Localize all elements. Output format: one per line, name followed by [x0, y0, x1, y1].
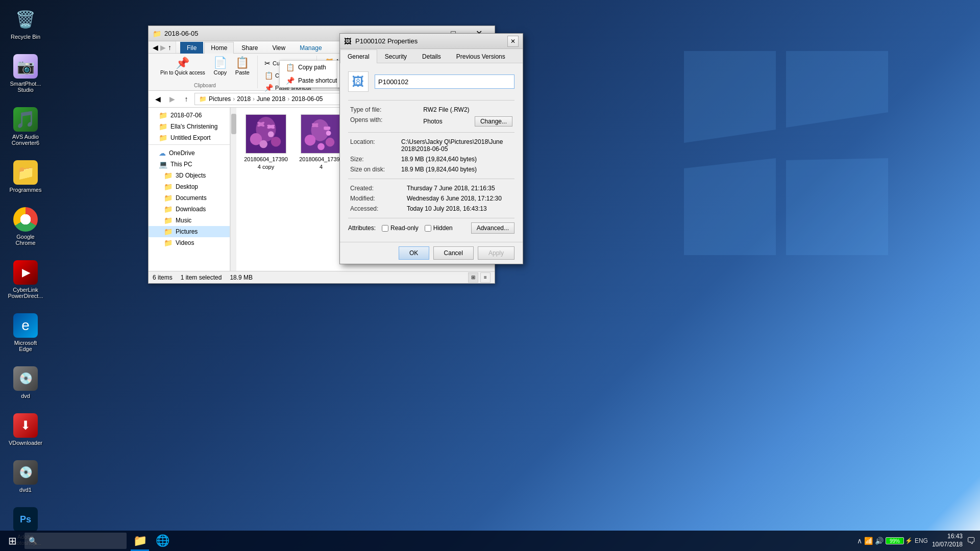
dialog-close-button[interactable]: ✕ — [507, 36, 519, 47]
desktop-icon-smartphoto[interactable]: 📷 SmartPhot... Studio — [5, 52, 46, 95]
notification-icon[interactable]: 🗨 — [967, 536, 976, 546]
file-item-1[interactable]: 20180604_173904 — [296, 112, 347, 173]
desktop-icon-cyberlink[interactable]: ▶ CyberLink PowerDirect... — [5, 258, 46, 301]
tab-share[interactable]: Share — [235, 42, 264, 54]
quick-access-forward[interactable]: ▶ — [160, 43, 166, 52]
copy-button[interactable]: 📄 Copy — [210, 56, 231, 77]
folder-icon: 📁 — [164, 183, 173, 191]
sidebar-item-desktop[interactable]: 📁 Desktop — [149, 181, 230, 192]
paste-button[interactable]: 📋 Paste — [232, 56, 253, 77]
desktop-icon-edge[interactable]: e Microsoft Edge — [5, 311, 46, 354]
cancel-button[interactable]: Cancel — [433, 246, 474, 260]
taskbar-search[interactable]: 🔍 — [24, 533, 127, 549]
status-bar: 6 items 1 item selected 18.9 MB ⊞ ≡ — [149, 271, 495, 283]
dialog-tab-details[interactable]: Details — [414, 49, 449, 63]
dialog-body: 🖼 Type of file: RW2 File (.RW2) Opens wi… — [340, 63, 523, 242]
sidebar-item-2018-07-06[interactable]: 📁 2018-07-06 — [149, 110, 230, 121]
start-button[interactable]: ⊞ — [0, 531, 24, 551]
breadcrumb-sep-3: › — [287, 95, 289, 103]
cloud-icon: ☁ — [159, 149, 166, 157]
desktop-icon-dvd[interactable]: 💿 dvd — [5, 364, 46, 401]
dialog-title-text: P1000102 Properties — [355, 37, 503, 45]
tab-home[interactable]: Home — [204, 42, 234, 54]
readonly-checkbox[interactable] — [382, 225, 388, 232]
back-button[interactable]: ◀ — [152, 93, 164, 105]
view-list-button[interactable]: ≡ — [480, 272, 491, 283]
prop-row-size: Size: 18.9 MB (19,824,640 bytes) — [348, 154, 514, 164]
svg-point-12 — [305, 135, 315, 145]
taskbar-file-explorer[interactable]: 📁 — [129, 531, 151, 551]
sidebar-item-videos[interactable]: 📁 Videos — [149, 237, 230, 248]
tab-file[interactable]: File — [180, 42, 203, 54]
desktop-icon-programmes[interactable]: 📁 Programmes — [5, 158, 46, 195]
sidebar-item-music[interactable]: 📁 Music — [149, 215, 230, 226]
dvd-label: dvd — [21, 393, 30, 399]
sidebar-item-this-pc[interactable]: 💻 This PC — [149, 159, 230, 170]
filename-input[interactable] — [375, 74, 514, 89]
recycle-bin-icon: 🗑️ — [13, 7, 38, 32]
system-tray: ∧ 📶 🔊 99% ⚡ ENG — [857, 537, 928, 545]
advanced-button[interactable]: Advanced... — [471, 222, 514, 234]
sidebar-scrollbar[interactable] — [230, 108, 236, 271]
dialog-tab-previous-versions[interactable]: Previous Versions — [449, 49, 513, 63]
desktop-icon-avs[interactable]: 🎵 AVS Audio Converter6 — [5, 105, 46, 148]
apply-button[interactable]: Apply — [478, 246, 514, 260]
opens-with-label: Opens with: — [348, 115, 421, 128]
up-button[interactable]: ↑ — [180, 93, 192, 105]
svg-point-4 — [259, 140, 267, 148]
svg-point-3 — [271, 137, 281, 147]
desktop-icon-dvd1[interactable]: 💿 dvd1 — [5, 458, 46, 495]
copy-icon: 📄 — [213, 57, 227, 68]
forward-button[interactable]: ▶ — [166, 93, 178, 105]
language-indicator[interactable]: ENG — [915, 537, 928, 544]
breadcrumb-current: 2018-06-05 — [291, 95, 323, 103]
taskbar-chrome[interactable]: 🌐 — [151, 531, 174, 551]
chevron-up-icon[interactable]: ∧ — [857, 537, 862, 545]
desktop-icon-vdownloader[interactable]: ⬇ VDownloader — [5, 411, 46, 448]
scroll-thumb[interactable] — [231, 114, 236, 134]
smartphoto-label: SmartPhot... Studio — [7, 81, 44, 93]
view-icons-button[interactable]: ⊞ — [468, 272, 478, 283]
folder-icon: 📁 — [164, 216, 173, 224]
vdownloader-icon: ⬇ — [13, 413, 38, 438]
folder-icon: 📁 — [164, 194, 173, 202]
sidebar-item-untitled-export[interactable]: 📁 Untitled Export — [149, 132, 230, 143]
dialog-tabs: General Security Details Previous Versio… — [340, 49, 523, 63]
pin-to-quick-access-button[interactable]: 📌 Pin to Quick access — [157, 56, 209, 77]
sidebar-item-onedrive[interactable]: ☁ OneDrive — [149, 147, 230, 159]
accessed-value: Today 10 July 2018, 16:43:13 — [405, 204, 514, 214]
sidebar-item-downloads[interactable]: 📁 Downloads — [149, 204, 230, 215]
quick-access-up[interactable]: ↑ — [168, 43, 172, 52]
dvd1-label: dvd1 — [19, 487, 32, 493]
avs-icon: 🎵 — [13, 107, 38, 132]
pin-icon: 📌 — [176, 58, 189, 69]
breadcrumb-pictures: Pictures — [209, 95, 231, 103]
paste-label: Paste — [235, 69, 250, 76]
tab-view[interactable]: View — [265, 42, 292, 54]
programmes-icon: 📁 — [13, 160, 38, 185]
sidebar-item-ellas-christening[interactable]: 📁 Ella's Christening — [149, 121, 230, 132]
hidden-checkbox[interactable] — [425, 225, 431, 232]
size-on-disk-label: Size on disk: — [348, 164, 399, 174]
desktop-icon-recycle-bin[interactable]: 🗑️ Recycle Bin — [5, 5, 46, 42]
tab-manage[interactable]: Manage — [293, 42, 328, 54]
taskbar: ⊞ 🔍 📁 🌐 ∧ 📶 🔊 99% ⚡ ENG 16:43 — [0, 531, 980, 551]
file-label-0: 20180604_173904 copy — [243, 156, 289, 170]
change-button[interactable]: Change... — [475, 116, 512, 127]
sidebar-item-documents[interactable]: 📁 Documents — [149, 192, 230, 204]
desktop-icon-chrome[interactable]: Google Chrome — [5, 205, 46, 248]
quick-access-back[interactable]: ◀ — [153, 43, 158, 52]
clock[interactable]: 16:43 10/07/2018 — [932, 533, 963, 548]
network-icon[interactable]: 📶 — [864, 537, 873, 545]
type-label: Type of file: — [348, 105, 421, 115]
size-on-disk-value: 18.9 MB (19,824,640 bytes) — [399, 164, 514, 174]
clock-date: 10/07/2018 — [932, 541, 963, 549]
dialog-tab-general[interactable]: General — [340, 49, 377, 63]
sidebar-item-pictures[interactable]: 📁 Pictures — [149, 226, 230, 237]
sound-icon[interactable]: 🔊 — [875, 537, 884, 545]
context-copy-path-label: Copy path — [298, 64, 326, 71]
dialog-tab-security[interactable]: Security — [377, 49, 414, 63]
sidebar-item-3d-objects[interactable]: 📁 3D Objects — [149, 170, 230, 181]
file-item-0[interactable]: 20180604_173904 copy — [240, 112, 291, 173]
ok-button[interactable]: OK — [399, 246, 429, 260]
